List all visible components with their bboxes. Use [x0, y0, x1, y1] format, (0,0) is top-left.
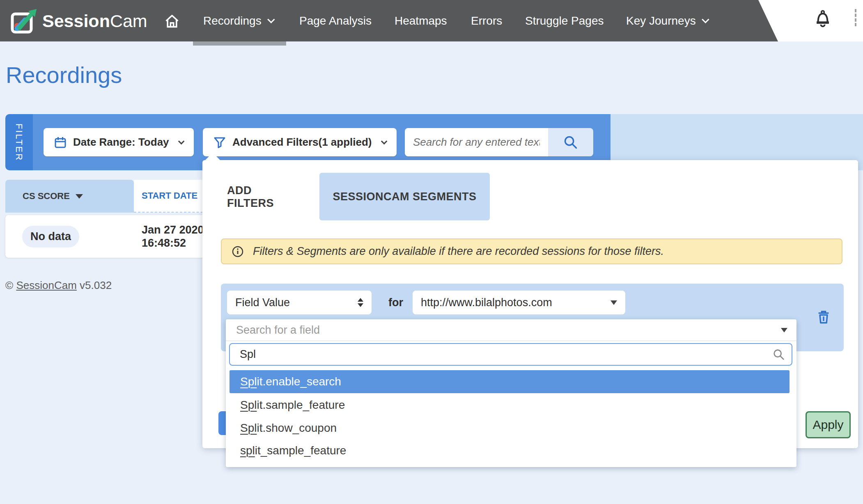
filter-side-tab[interactable]: FILTER	[5, 114, 33, 170]
chevron-down-icon	[702, 16, 709, 23]
info-banner-text: Filters & Segments are only available if…	[253, 245, 664, 258]
tab-label: ADD FILTERS	[227, 184, 301, 210]
nav-item-key-journeys[interactable]: Key Journeys	[626, 0, 707, 41]
nav-item-heatmaps[interactable]: Heatmaps	[395, 0, 447, 41]
field-option-split-enable-search[interactable]: Split.enable_search	[230, 370, 790, 393]
chevron-down-icon	[178, 138, 184, 145]
field-search-input-wrap	[229, 343, 792, 366]
nav-item-label: Key Journeys	[626, 14, 696, 27]
nav-item-recordings[interactable]: Recordings	[203, 0, 273, 41]
tab-add-filters[interactable]: ADD FILTERS	[227, 183, 301, 211]
nav-item-label: Page Analysis	[299, 14, 372, 27]
start-date-value: Jan 27 2020, 16:48:52	[142, 223, 207, 250]
delete-filter-button[interactable]	[817, 310, 831, 326]
search-icon	[563, 135, 578, 150]
caret-up-down-icon	[358, 298, 363, 307]
tab-sessioncam-segments[interactable]: SESSIONCAM SEGMENTS	[319, 173, 490, 220]
text-search-button[interactable]	[548, 128, 593, 156]
nav-item-errors[interactable]: Errors	[471, 0, 502, 41]
sessioncam-logo-icon	[10, 7, 39, 34]
page-title: Recordings	[6, 62, 122, 88]
field-option-split-sample-feature-underscore[interactable]: split_sample_feature	[230, 439, 790, 462]
condition-connector-label: for	[388, 291, 403, 314]
field-option-split-show-coupon[interactable]: Split.show_coupon	[230, 417, 790, 440]
nav-home[interactable]	[164, 0, 180, 41]
field-type-value: Field Value	[235, 296, 290, 309]
copyright-footer: © SessionCam v5.032	[5, 279, 112, 292]
brand-logo[interactable]: SessionCam	[10, 7, 147, 35]
column-header-cs-score[interactable]: CS SCORE	[5, 180, 134, 213]
nav-item-label: Struggle Pages	[525, 14, 604, 27]
column-label: START DATE	[142, 190, 197, 201]
top-nav: SessionCam Recordings Page Analysis Heat…	[0, 0, 863, 41]
text-search-input[interactable]	[405, 128, 548, 156]
advanced-filters-label: Advanced Filters(1 applied)	[232, 136, 372, 149]
home-icon	[164, 14, 180, 28]
funnel-icon	[213, 136, 226, 149]
chevron-down-icon	[381, 138, 387, 145]
advanced-filters-button[interactable]: Advanced Filters(1 applied)	[203, 128, 397, 156]
field-search-dropdown: Search for a field Split.enable_search S…	[226, 319, 796, 467]
sessioncam-recordings-screen: SessionCam Recordings Page Analysis Heat…	[0, 0, 863, 504]
nav-item-struggle-pages[interactable]: Struggle Pages	[525, 0, 604, 41]
field-select-collapsed[interactable]: Search for a field	[226, 319, 796, 341]
filter-tab-label: FILTER	[14, 123, 25, 161]
field-select-placeholder: Search for a field	[236, 324, 320, 337]
trash-icon	[817, 310, 831, 325]
dashed-menu-handle[interactable]	[855, 9, 856, 26]
column-label: CS SCORE	[23, 191, 70, 202]
sort-desc-icon	[76, 194, 83, 199]
field-search-input[interactable]	[230, 348, 773, 361]
site-select[interactable]: http://www.bilalphotos.com	[413, 291, 625, 314]
info-icon	[232, 245, 244, 258]
nav-item-label: Recordings	[203, 14, 262, 27]
nav-item-page-analysis[interactable]: Page Analysis	[299, 0, 372, 41]
tab-label: SESSIONCAM SEGMENTS	[333, 190, 476, 203]
active-nav-indicator	[193, 41, 286, 46]
sessioncam-link[interactable]: SessionCam	[16, 279, 76, 291]
cs-score-badge: No data	[22, 226, 79, 247]
panel-notch	[205, 153, 220, 160]
text-search-group	[405, 128, 593, 156]
calendar-icon	[54, 136, 67, 149]
chevron-down-icon	[267, 16, 275, 23]
caret-down-icon	[781, 328, 787, 332]
search-icon	[773, 348, 785, 361]
notifications-bell-icon[interactable]	[814, 10, 831, 30]
site-value: http://www.bilalphotos.com	[421, 296, 552, 309]
brand-name: SessionCam	[42, 11, 147, 31]
apply-button[interactable]: Apply	[806, 411, 851, 438]
nav-item-label: Errors	[471, 14, 502, 27]
nav-item-label: Heatmaps	[395, 14, 447, 27]
date-range-label: Date Range: Today	[73, 136, 169, 149]
info-banner: Filters & Segments are only available if…	[221, 238, 842, 264]
caret-down-icon	[611, 300, 617, 305]
recording-row[interactable]: No data Jan 27 2020, 16:48:52	[5, 215, 235, 258]
field-option-split-sample-feature[interactable]: Split.sample_feature	[230, 394, 790, 417]
date-range-button[interactable]: Date Range: Today	[44, 128, 194, 156]
field-type-select[interactable]: Field Value	[227, 291, 372, 314]
